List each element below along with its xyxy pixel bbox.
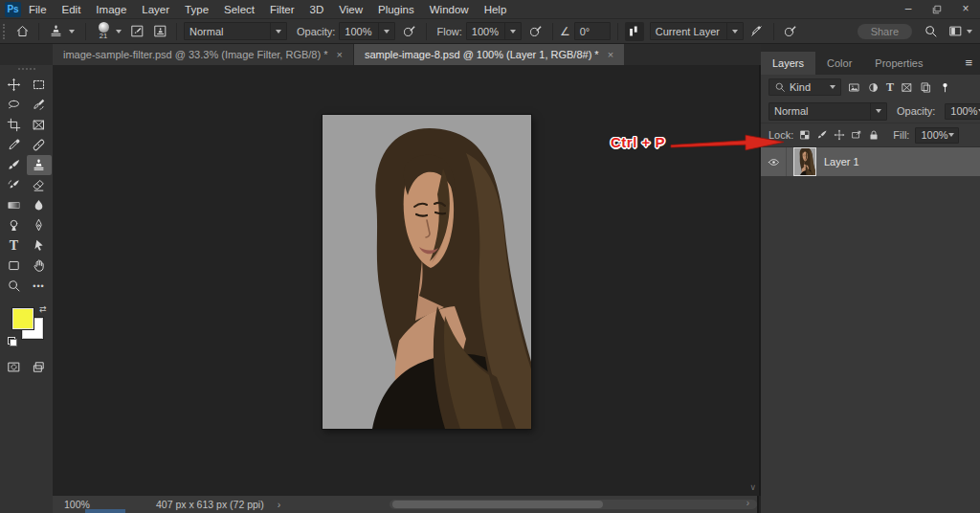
type-tool[interactable]: T: [2, 235, 27, 256]
eraser-tool[interactable]: [27, 175, 52, 195]
search-icon[interactable]: [921, 22, 940, 41]
frame-tool[interactable]: [27, 115, 52, 135]
horizontal-scrollbar[interactable]: [390, 500, 757, 509]
chevron-down-icon[interactable]: [69, 30, 75, 33]
lock-paint-icon[interactable]: [816, 129, 828, 141]
close-icon[interactable]: ×: [608, 49, 613, 60]
close-button[interactable]: ×: [951, 0, 980, 19]
brush-preset-picker[interactable]: 21: [93, 22, 114, 40]
chevron-down-icon[interactable]: [116, 30, 122, 33]
swap-colors-icon[interactable]: ⇄: [39, 305, 47, 314]
default-colors-icon[interactable]: [8, 337, 17, 346]
layer-opacity-select[interactable]: 100%: [945, 103, 980, 120]
angle-input[interactable]: 0°: [574, 22, 611, 40]
zoom-tool[interactable]: [2, 276, 27, 296]
menu-edit[interactable]: Edit: [55, 0, 89, 19]
menu-filter[interactable]: Filter: [262, 0, 302, 19]
lock-position-icon[interactable]: [834, 129, 845, 141]
history-brush-tool[interactable]: [2, 175, 27, 195]
healing-brush-tool[interactable]: [27, 135, 52, 155]
clone-stamp-tool[interactable]: [27, 155, 52, 175]
menu-plugins[interactable]: Plugins: [370, 0, 422, 19]
menu-layer[interactable]: Layer: [134, 0, 177, 19]
menu-help[interactable]: Help: [477, 0, 515, 19]
share-button[interactable]: Share: [858, 24, 912, 39]
quick-mask-mode-icon[interactable]: [2, 357, 27, 377]
layer-name[interactable]: Layer 1: [824, 156, 859, 167]
scrollbar-thumb[interactable]: [392, 501, 603, 508]
object-selection-tool[interactable]: [27, 95, 52, 115]
blend-mode-select[interactable]: Normal: [184, 22, 287, 40]
restore-button[interactable]: [923, 0, 951, 19]
chevron-down-icon[interactable]: ∨: [749, 482, 756, 492]
menu-3d[interactable]: 3D: [302, 0, 332, 19]
clone-source-panel-icon[interactable]: [150, 22, 169, 41]
shape-tool[interactable]: [2, 256, 27, 276]
filter-type-layers-icon[interactable]: T: [886, 80, 894, 95]
aligned-toggle-icon[interactable]: [625, 22, 644, 41]
airbrush-icon[interactable]: [526, 22, 546, 41]
lock-transparency-icon[interactable]: [799, 129, 811, 141]
layer-blend-mode-select[interactable]: Normal: [768, 102, 887, 121]
close-icon[interactable]: ×: [337, 49, 343, 60]
ignore-adjustment-layers-icon[interactable]: [747, 22, 767, 41]
photoshop-logo: Ps: [5, 2, 21, 17]
lock-artboard-icon[interactable]: [851, 129, 862, 141]
filter-kind-select[interactable]: Kind: [768, 78, 841, 96]
eyedropper-tool[interactable]: [2, 135, 27, 155]
photoshop-window: Ps File Edit Image Layer Type Select Fil…: [0, 0, 980, 513]
tab-color[interactable]: Color: [815, 52, 863, 75]
path-selection-tool[interactable]: [27, 235, 52, 256]
gradient-tool[interactable]: [2, 195, 27, 215]
marquee-tool[interactable]: [27, 75, 52, 95]
menu-view[interactable]: View: [331, 0, 370, 19]
chevron-right-icon[interactable]: ›: [278, 499, 281, 510]
document-canvas[interactable]: [323, 115, 531, 429]
dodge-tool[interactable]: [2, 215, 27, 235]
hand-tool[interactable]: [27, 256, 52, 276]
pen-tool[interactable]: [27, 215, 52, 235]
pressure-size-icon[interactable]: [781, 22, 800, 41]
menu-file[interactable]: File: [21, 0, 55, 19]
flow-select[interactable]: 100%: [466, 22, 522, 40]
filter-smart-objects-icon[interactable]: [920, 81, 932, 94]
lasso-tool[interactable]: [2, 95, 27, 115]
home-icon[interactable]: [12, 22, 32, 41]
filter-toggle-icon[interactable]: [939, 81, 951, 94]
blur-tool[interactable]: [27, 195, 52, 215]
clone-stamp-tool-icon[interactable]: [46, 22, 65, 41]
layer-thumbnail[interactable]: [794, 148, 815, 175]
menu-type[interactable]: Type: [177, 0, 216, 19]
grip-handle[interactable]: [18, 68, 35, 72]
crop-tool[interactable]: [2, 115, 27, 135]
menu-window[interactable]: Window: [422, 0, 477, 19]
minimize-button[interactable]: –: [894, 0, 923, 19]
document-tab-1[interactable]: image-sample-filter.psd @ 33.3% (Image F…: [53, 44, 354, 65]
filter-pixel-layers-icon[interactable]: [848, 81, 860, 94]
menu-select[interactable]: Select: [216, 0, 262, 19]
edit-toolbar-icon[interactable]: •••: [27, 276, 52, 296]
grip-handle[interactable]: [3, 24, 8, 39]
chevron-down-icon[interactable]: [967, 30, 972, 33]
brush-tool[interactable]: [2, 155, 27, 175]
tab-properties[interactable]: Properties: [863, 52, 934, 75]
tab-layers[interactable]: Layers: [761, 52, 815, 75]
layer-fill-select[interactable]: 100%: [915, 127, 959, 144]
foreground-color-swatch[interactable]: [12, 308, 33, 329]
lock-all-icon[interactable]: [868, 129, 880, 141]
layer-row[interactable]: Layer 1: [761, 147, 980, 176]
zoom-level-field[interactable]: 100%: [64, 496, 100, 513]
menu-image[interactable]: Image: [88, 0, 134, 19]
move-tool[interactable]: [2, 75, 27, 95]
brush-settings-panel-icon[interactable]: [127, 22, 146, 41]
filter-shape-layers-icon[interactable]: [901, 81, 913, 94]
sample-mode-select[interactable]: Current Layer: [650, 22, 744, 40]
opacity-pressure-icon[interactable]: [400, 22, 419, 41]
chevron-right-icon[interactable]: ›: [746, 498, 749, 509]
opacity-select[interactable]: 100%: [339, 22, 394, 40]
document-tab-2[interactable]: sample-image-8.psd @ 100% (Layer 1, RGB/…: [354, 44, 624, 65]
filter-adjustment-layers-icon[interactable]: [867, 81, 880, 94]
workspace-icon[interactable]: [946, 22, 965, 41]
screen-mode-icon[interactable]: [27, 357, 52, 377]
panel-menu-icon[interactable]: ≡: [965, 52, 972, 75]
